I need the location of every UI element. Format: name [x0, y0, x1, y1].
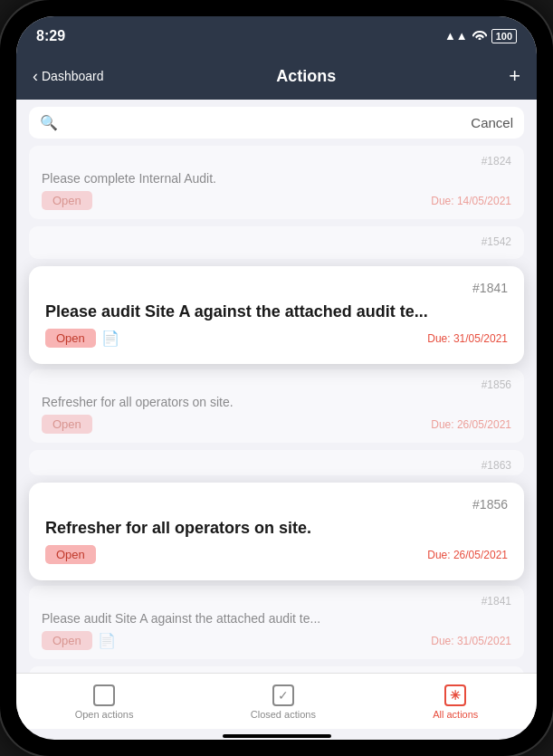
- item-id: #1824: [42, 155, 511, 167]
- closed-actions-icon: ✓: [272, 684, 294, 706]
- list-item[interactable]: #1863: [29, 450, 524, 475]
- tab-closed-actions[interactable]: ✓ Closed actions: [251, 684, 316, 720]
- back-button[interactable]: ‹ Dashboard: [33, 67, 104, 86]
- item-footer: Open Due: 14/05/2021: [42, 191, 511, 210]
- back-chevron-icon: ‹: [33, 67, 38, 86]
- status-badge: Open: [45, 545, 96, 564]
- open-actions-icon: [93, 684, 115, 706]
- status-badge: Open: [42, 415, 92, 434]
- list-item[interactable]: #1856 Refresher for all operators on sit…: [29, 369, 524, 443]
- due-date: Due: 26/05/2021: [431, 418, 511, 431]
- search-bar: 🔍 Cancel: [29, 107, 524, 139]
- item-footer: Open Due: 26/05/2021: [45, 545, 508, 564]
- add-button[interactable]: +: [509, 64, 520, 88]
- item-id: #1841: [42, 595, 511, 608]
- tab-label-closed: Closed actions: [251, 709, 316, 720]
- expanded-card-1856[interactable]: #1856 Refresher for all operators on sit…: [29, 483, 524, 580]
- tab-label-all: All actions: [433, 709, 478, 720]
- cancel-button[interactable]: Cancel: [471, 115, 513, 130]
- due-date: Due: 31/05/2021: [431, 635, 511, 647]
- document-icon: 📄: [101, 330, 119, 347]
- status-badge: Open: [45, 329, 96, 348]
- wifi-icon: [472, 29, 487, 43]
- search-icon: 🔍: [40, 114, 58, 131]
- item-title: Refresher for all operators on site.: [42, 395, 511, 409]
- status-badge: Open: [42, 191, 92, 210]
- phone-screen: 8:29 ▲▲ 100 ‹ Dashboard Actions: [16, 16, 537, 740]
- all-actions-icon: ✳: [444, 684, 466, 706]
- nav-bar: ‹ Dashboard Actions +: [16, 53, 537, 100]
- expanded-card-1841[interactable]: #1841 Please audit Site A against the at…: [29, 266, 524, 364]
- item-id: #1856: [45, 497, 508, 512]
- item-id: #1863: [42, 459, 511, 472]
- signal-icon: ▲▲: [444, 29, 468, 43]
- item-footer: Open Due: 26/05/2021: [42, 415, 511, 434]
- item-title: Please audit Site A against the attached…: [45, 302, 508, 321]
- list-item[interactable]: #1858 Brian - please review Project Risk…: [29, 666, 524, 673]
- tab-all-actions[interactable]: ✳ All actions: [433, 684, 478, 720]
- due-date: Due: 31/05/2021: [427, 332, 508, 345]
- due-date: Due: 14/05/2021: [431, 195, 511, 207]
- due-date: Due: 26/05/2021: [427, 549, 508, 561]
- phone-frame: 8:29 ▲▲ 100 ‹ Dashboard Actions: [0, 0, 553, 756]
- item-footer: Open 📄 Due: 31/05/2021: [45, 329, 508, 348]
- actions-list: #1824 Please complete Internal Audit. Op…: [16, 146, 537, 673]
- status-icons: ▲▲ 100: [444, 29, 517, 43]
- list-item[interactable]: #1824 Please complete Internal Audit. Op…: [29, 146, 524, 219]
- status-bar: 8:29 ▲▲ 100: [16, 16, 537, 53]
- item-id: #1542: [42, 235, 511, 248]
- tab-bar: Open actions ✓ Closed actions ✳ All acti…: [16, 673, 537, 729]
- tab-label-open: Open actions: [75, 709, 134, 720]
- page-title: Actions: [276, 67, 336, 86]
- home-indicator: [223, 734, 331, 738]
- list-item[interactable]: #1542: [29, 226, 524, 259]
- status-badge: Open: [42, 631, 92, 650]
- document-icon: 📄: [98, 632, 116, 649]
- list-item[interactable]: #1841 Please audit Site A against the at…: [29, 586, 524, 659]
- item-footer: Open 📄 Due: 31/05/2021: [42, 631, 511, 650]
- item-id: #1841: [45, 281, 508, 295]
- status-time: 8:29: [36, 28, 65, 44]
- battery-icon: 100: [491, 29, 517, 43]
- item-title: Refresher for all operators on site.: [45, 519, 508, 538]
- search-input[interactable]: [65, 115, 463, 130]
- item-title: Please complete Internal Audit.: [42, 171, 511, 186]
- tab-open-actions[interactable]: Open actions: [75, 684, 134, 720]
- item-id: #1856: [42, 378, 511, 391]
- back-label: Dashboard: [42, 69, 104, 83]
- item-title: Please audit Site A against the attached…: [42, 611, 511, 626]
